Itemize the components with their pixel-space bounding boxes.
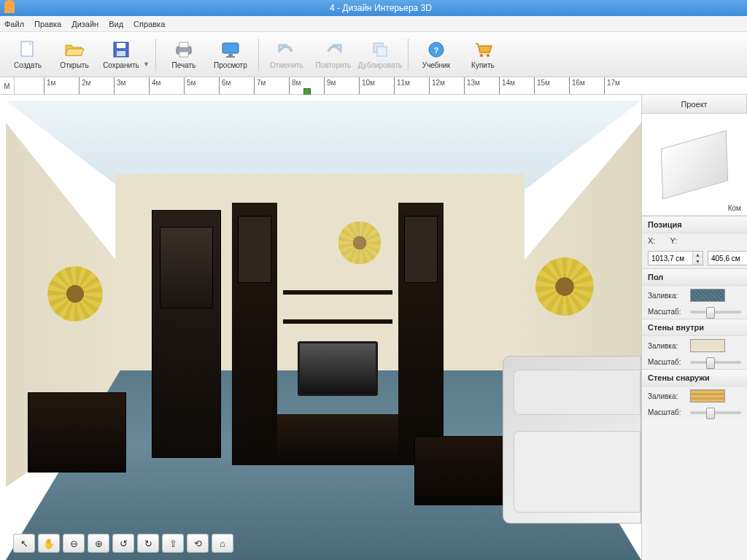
svg-rect-11 (377, 47, 387, 56)
svg-rect-2 (117, 43, 125, 48)
furniture-sofa[interactable] (503, 356, 641, 524)
ruler-ticks: 1м2м3м4м5м6м7м8м9м10м11м12м13м14м15м16м1… (15, 77, 747, 94)
svg-text:?: ? (434, 46, 439, 55)
spin-down-icon[interactable]: ▼ (693, 258, 703, 265)
walk-turn-tool[interactable]: ⟲ (187, 534, 209, 553)
ruler-horizontal[interactable]: М 1м2м3м4м5м6м7м8м9м10м11м12м13м14м15м16… (0, 77, 747, 95)
home-view-tool[interactable]: ⌂ (212, 534, 233, 553)
toolbar: Создать Открыть Сохранить ▼ Печать Просм… (0, 32, 747, 77)
orbit-right-tool[interactable]: ↻ (137, 534, 159, 553)
panel-floor-header: Пол (642, 269, 747, 286)
orbit-left-tool[interactable]: ↺ (112, 534, 134, 553)
panel-position-header: Позиция (642, 217, 747, 233)
preview-caption: Ком (728, 204, 741, 212)
slider-walls-out-scale[interactable] (690, 411, 741, 414)
label-x: X: (648, 236, 655, 245)
undo-icon (276, 39, 297, 60)
label-fill: Заливка: (648, 392, 686, 400)
side-tabs: Проект (642, 95, 747, 114)
label-y: Y: (670, 236, 677, 245)
slider-floor-scale[interactable] (690, 311, 741, 314)
swatch-walls-in[interactable] (690, 339, 725, 352)
pointer-tool[interactable]: ↖ (13, 534, 35, 553)
slider-walls-in-scale[interactable] (690, 361, 741, 364)
zoom-out-tool[interactable]: ⊖ (63, 534, 85, 553)
separator (155, 39, 156, 71)
pan-tool[interactable]: ✋ (38, 534, 60, 553)
open-button[interactable]: Открыть (53, 35, 96, 74)
label-scale: Масштаб: (648, 408, 686, 416)
preview-button[interactable]: Просмотр (209, 35, 252, 74)
zoom-in-tool[interactable]: ⊕ (88, 534, 109, 553)
panel-walls-in: Стены внутри Заливка: Масштаб: (642, 319, 747, 369)
help-icon: ? (426, 39, 446, 60)
redo-icon (323, 39, 344, 60)
svg-point-14 (480, 54, 483, 57)
new-file-icon (18, 39, 38, 60)
save-dropdown-icon[interactable]: ▼ (143, 42, 150, 68)
duplicate-button[interactable]: Дублировать (358, 35, 402, 74)
label-scale: Масштаб: (648, 358, 686, 366)
swatch-walls-out[interactable] (690, 389, 725, 402)
menu-design[interactable]: Дизайн (71, 20, 98, 28)
spin-up-icon[interactable]: ▲ (693, 252, 703, 258)
titlebar: 4 - Дизайн Интерьера 3D (0, 0, 747, 16)
menu-file[interactable]: Файл (4, 20, 24, 28)
buy-button[interactable]: Купить (461, 35, 505, 74)
redo-button[interactable]: Повторить (311, 35, 355, 74)
preview-shape (661, 130, 728, 199)
svg-point-15 (487, 54, 489, 57)
furniture-wall-unit[interactable] (232, 203, 444, 465)
room (6, 101, 641, 560)
walk-fwd-tool[interactable]: ⇧ (162, 534, 184, 553)
object-preview: Ком (642, 114, 747, 216)
viewport[interactable]: ↖ ✋ ⊖ ⊕ ↺ ↻ ⇧ ⟲ ⌂ (0, 95, 641, 560)
label-fill: Заливка: (648, 292, 686, 300)
separator (258, 39, 259, 71)
panel-floor: Пол Заливка: Масштаб: (642, 268, 747, 319)
panel-position: Позиция X: Y: ▲▼ ▲▼ (642, 216, 747, 268)
undo-button[interactable]: Отменить (265, 35, 309, 74)
input-y[interactable]: ▲▼ (708, 251, 747, 265)
tutorial-button[interactable]: ? Учебник (414, 35, 458, 74)
save-button[interactable]: Сохранить (99, 35, 143, 74)
view-toolbar: ↖ ✋ ⊖ ⊕ ↺ ↻ ⇧ ⟲ ⌂ (13, 534, 233, 553)
app-icon (4, 3, 15, 13)
ruler-unit: М (0, 77, 15, 95)
label-fill: Заливка: (648, 342, 686, 350)
scene-3d[interactable] (6, 101, 641, 560)
window-title: 4 - Дизайн Интерьера 3D (19, 3, 743, 13)
swatch-floor[interactable] (690, 289, 725, 302)
input-x[interactable]: ▲▼ (648, 251, 703, 265)
cart-icon (473, 39, 493, 60)
save-icon (111, 39, 131, 60)
monitor-icon (220, 39, 241, 60)
svg-rect-8 (228, 54, 233, 56)
svg-rect-5 (179, 42, 188, 47)
furniture-cabinet-low[interactable] (28, 392, 126, 472)
svg-rect-6 (179, 52, 188, 57)
svg-rect-9 (226, 56, 235, 58)
separator (408, 39, 409, 71)
tab-project[interactable]: Проект (642, 95, 747, 113)
panel-walls-in-header: Стены внутри (642, 319, 747, 336)
new-button[interactable]: Создать (6, 35, 50, 74)
panel-walls-out: Стены снаружи Заливка: Масштаб: (642, 369, 747, 419)
menu-help[interactable]: Справка (133, 20, 165, 28)
printer-icon (174, 39, 194, 60)
print-button[interactable]: Печать (162, 35, 206, 74)
furniture-tv[interactable] (298, 341, 378, 396)
label-scale: Масштаб: (648, 308, 686, 316)
menubar: Файл Правка Дизайн Вид Справка (0, 16, 747, 32)
duplicate-icon (370, 39, 390, 60)
properties-panel: Проект Ком Позиция X: Y: ▲▼ ▲▼ Пол Залив… (641, 95, 747, 560)
furniture-wardrobe[interactable] (152, 210, 221, 458)
folder-open-icon (64, 39, 85, 60)
panel-walls-out-header: Стены снаружи (642, 370, 747, 386)
svg-rect-7 (222, 43, 239, 53)
svg-rect-3 (117, 51, 125, 56)
menu-edit[interactable]: Правка (34, 20, 61, 28)
menu-view[interactable]: Вид (109, 20, 123, 28)
